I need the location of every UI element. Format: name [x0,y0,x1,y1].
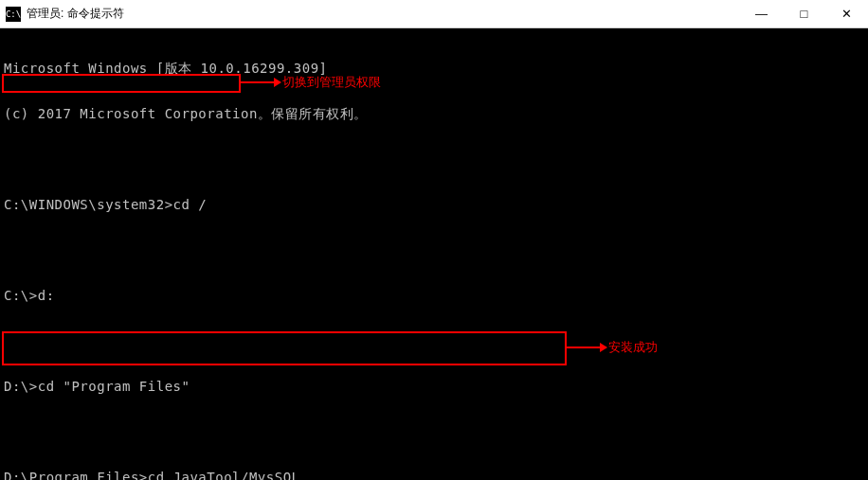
close-button[interactable]: ✕ [825,0,868,27]
terminal-line: D:\>cd "Program Files" [4,379,864,394]
annotation-arrow-icon [241,81,280,83]
terminal-line: Microsoft Windows [版本 10.0.16299.309] [4,61,864,76]
cmd-icon: C:\ [6,7,21,22]
annotation-text: 安装成功 [608,339,658,356]
terminal-line: C:\WINDOWS\system32>cd / [4,197,864,212]
terminal-line [4,151,864,167]
window-title: 管理员: 命令提示符 [27,6,740,22]
annotation-text: 切换到管理员权限 [282,74,381,91]
terminal-line [4,333,864,348]
window-controls: — □ ✕ [740,0,868,27]
terminal-output[interactable]: Microsoft Windows [版本 10.0.16299.309] (c… [0,28,868,480]
terminal-line [4,242,864,258]
terminal-line: D:\Program Files>cd JavaTool/MysSQL [4,470,864,480]
terminal-line: C:\>d: [4,288,864,303]
minimize-button[interactable]: — [740,0,783,27]
terminal-line: (c) 2017 Microsoft Corporation。保留所有权利。 [4,106,864,121]
annotation-arrow-icon [567,347,606,348]
maximize-button[interactable]: □ [783,0,825,27]
terminal-line [4,424,864,439]
window-titlebar: C:\ 管理员: 命令提示符 — □ ✕ [0,0,868,28]
